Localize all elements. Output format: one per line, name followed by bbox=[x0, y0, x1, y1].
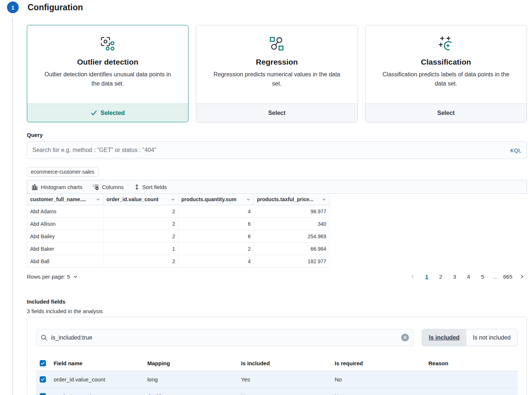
is-not-included-toggle[interactable]: Is not included bbox=[466, 329, 517, 346]
rows-per-page-button[interactable]: Rows per page: 5 bbox=[27, 273, 78, 280]
chevron-down-icon[interactable] bbox=[322, 197, 326, 202]
toolbar-label: Columns bbox=[102, 184, 123, 190]
pagination-ellipsis: ... bbox=[491, 273, 499, 280]
pagination-page-4[interactable]: 4 bbox=[463, 271, 474, 282]
select-all-checkbox[interactable] bbox=[40, 360, 46, 366]
included-fields-subtitle: 3 fields included in the analysis bbox=[27, 308, 527, 314]
table-row: Abd Baker 1 2 66.984 bbox=[27, 243, 330, 255]
pagination-page-5[interactable]: 5 bbox=[477, 271, 488, 282]
data-grid-toolbar: Histogram charts Columns Sort fields bbox=[27, 180, 527, 194]
grid-cell[interactable]: 2 bbox=[104, 205, 179, 217]
chevron-right-icon bbox=[520, 274, 524, 279]
fields-search-input[interactable] bbox=[51, 334, 398, 341]
chevron-down-icon[interactable] bbox=[171, 197, 175, 202]
is-included-toggle[interactable]: Is included bbox=[422, 329, 466, 346]
columns-button[interactable]: Columns bbox=[93, 184, 123, 190]
column-header-customer-full-name[interactable]: customer_full_name.... bbox=[27, 194, 104, 205]
include-filter-toggle-group: Is included Is not included bbox=[422, 329, 518, 346]
pagination-page-1[interactable]: 1 bbox=[421, 271, 432, 282]
grid-cell[interactable]: 340 bbox=[254, 218, 330, 230]
card-title: Outlier detection bbox=[27, 58, 188, 66]
table-row: Abd Adams 2 4 98.977 bbox=[27, 205, 330, 218]
card-title: Regression bbox=[196, 58, 357, 66]
kql-language-button[interactable]: KQL bbox=[510, 147, 521, 153]
grid-cell[interactable]: Abd Ball bbox=[27, 255, 104, 267]
fields-column-is-included: Is included bbox=[238, 360, 332, 366]
chevron-left-icon bbox=[410, 274, 415, 279]
mapping-cell: long bbox=[144, 376, 238, 383]
grid-cell[interactable]: 1 bbox=[104, 243, 179, 255]
chevron-down-icon bbox=[73, 274, 78, 279]
grid-cell[interactable]: 98.977 bbox=[254, 205, 330, 217]
check-icon bbox=[41, 362, 45, 365]
column-header-products-quantity-sum[interactable]: products.quantity.sum bbox=[179, 194, 254, 205]
grid-cell[interactable]: 66.984 bbox=[254, 243, 330, 255]
card-action-label: Selected bbox=[101, 110, 125, 116]
pagination-next-button[interactable] bbox=[517, 271, 527, 282]
table-row: products.quantity.sum double Yes No bbox=[36, 388, 518, 395]
query-search-bar: KQL bbox=[27, 141, 527, 159]
toolbar-label: Sort fields bbox=[143, 184, 167, 190]
chevron-down-icon[interactable] bbox=[96, 197, 100, 202]
pagination-page-2[interactable]: 2 bbox=[435, 271, 446, 282]
card-classification[interactable]: Classification Classification predicts l… bbox=[365, 25, 527, 122]
card-regression[interactable]: Regression Regression predicts numerical… bbox=[196, 25, 357, 122]
field-name-cell: order_id.value_count bbox=[51, 376, 144, 383]
column-label: order_id.value_count bbox=[107, 196, 159, 202]
card-outlier-detection[interactable]: Outlier detection Outlier detection iden… bbox=[27, 25, 188, 122]
grid-cell[interactable]: Abd Adams bbox=[27, 205, 104, 217]
sort-fields-button[interactable]: Sort fields bbox=[134, 184, 167, 190]
page-title: Configuration bbox=[28, 3, 83, 12]
grid-cell[interactable]: 2 bbox=[104, 218, 179, 230]
grid-cell[interactable]: 6 bbox=[179, 230, 254, 242]
selected-footer-button[interactable]: Selected bbox=[27, 104, 188, 122]
grid-cell[interactable]: 182.977 bbox=[254, 255, 330, 267]
table-row: Abd Bailey 2 6 254.969 bbox=[27, 230, 330, 243]
grid-cell[interactable]: 4 bbox=[179, 255, 254, 267]
chevron-down-icon[interactable] bbox=[246, 197, 251, 202]
histogram-charts-button[interactable]: Histogram charts bbox=[32, 184, 82, 190]
included-fields-controls: Is included Is not included bbox=[36, 329, 518, 346]
fields-table-header: Field name Mapping Is included Is requir… bbox=[36, 356, 518, 371]
is-included-cell: Yes bbox=[238, 393, 332, 395]
query-search-input[interactable] bbox=[32, 147, 510, 153]
configuration-step-page: 1 Configuration Outlier detection Outlie… bbox=[0, 0, 532, 395]
table-row: Abd Allison 2 6 340 bbox=[27, 218, 330, 230]
grid-cell[interactable]: 2 bbox=[104, 255, 179, 267]
clear-search-button[interactable] bbox=[401, 334, 409, 341]
step-connector-line bbox=[12, 17, 13, 395]
grid-cell[interactable]: Abd Baker bbox=[27, 243, 104, 255]
search-icon bbox=[41, 334, 47, 341]
card-action-label: Select bbox=[437, 110, 454, 116]
grid-cell[interactable]: Abd Bailey bbox=[27, 230, 104, 242]
grid-cell[interactable]: 2 bbox=[104, 230, 179, 242]
pagination-prev-button[interactable] bbox=[407, 271, 418, 282]
row-checkbox[interactable] bbox=[40, 376, 46, 383]
column-header-products-taxful-price[interactable]: products.taxful_price... bbox=[254, 194, 330, 205]
column-label: products.quantity.sum bbox=[181, 196, 237, 202]
column-header-order-id-value-count[interactable]: order_id.value_count bbox=[104, 194, 179, 205]
grid-header-row: customer_full_name.... order_id.value_co… bbox=[27, 194, 330, 205]
card-description: Classification predicts labels of data p… bbox=[366, 70, 526, 88]
grid-cell[interactable]: 6 bbox=[179, 218, 254, 230]
columns-icon bbox=[93, 184, 99, 190]
grid-cell[interactable]: 2 bbox=[179, 243, 254, 255]
grid-cell[interactable]: 254.969 bbox=[254, 230, 330, 242]
pagination-page-665[interactable]: 665 bbox=[503, 271, 513, 282]
grid-cell[interactable]: Abd Allison bbox=[27, 218, 104, 230]
results-data-grid: customer_full_name.... order_id.value_co… bbox=[27, 194, 330, 268]
column-label: customer_full_name.... bbox=[30, 196, 86, 202]
index-pattern-badge: ecommerce-customer-sales bbox=[27, 167, 98, 177]
select-footer-button[interactable]: Select bbox=[366, 104, 526, 122]
is-required-cell: No bbox=[332, 376, 425, 383]
fields-column-is-required: Is required bbox=[332, 360, 425, 366]
check-icon bbox=[91, 110, 97, 116]
table-row: order_id.value_count long Yes No bbox=[36, 371, 518, 388]
select-footer-button[interactable]: Select bbox=[196, 104, 357, 122]
card-action-label: Select bbox=[268, 110, 285, 116]
grid-cell[interactable]: 4 bbox=[179, 205, 254, 217]
toolbar-label: Histogram charts bbox=[41, 184, 82, 190]
row-checkbox[interactable] bbox=[40, 393, 46, 395]
pagination-page-3[interactable]: 3 bbox=[449, 271, 460, 282]
card-title: Classification bbox=[366, 58, 526, 66]
